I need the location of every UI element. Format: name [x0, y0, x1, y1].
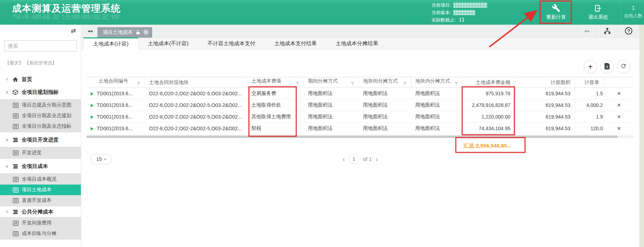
sidebar-item-cost-collection-allocation[interactable]: 成本归集与分摊 — [0, 228, 81, 239]
window-tab-strip: ◀◀ 项目土地成本 ✕ ▶▶ ? — [81, 25, 639, 37]
online-users: 1 在线人数 — [621, 4, 644, 21]
help-button[interactable]: ? — [618, 25, 639, 37]
col-header-contract-no[interactable]: 土地合同编号 — [87, 77, 145, 88]
sidebar-item-label: 开发间接费用 — [22, 220, 52, 226]
current-page[interactable]: 1 — [349, 154, 359, 164]
cell-period-method: 用地面积法 — [304, 111, 359, 123]
delete-row-button[interactable]: ✕ — [604, 123, 634, 134]
delete-row-button[interactable]: ✕ — [604, 111, 634, 123]
tabs-scroll-right-icon[interactable]: ▶▶ — [578, 25, 596, 37]
cell-parcel: O22-8,O20-2,O02-2&O02-5,O03-2&O02... — [145, 111, 247, 123]
sidebar-search-input[interactable] — [4, 40, 77, 52]
cell-contract: TD001(2019.6... — [97, 102, 132, 108]
window-tab-project-land-cost[interactable]: 项目土地成本 ✕ — [97, 27, 152, 38]
sidebar-item-label: 全项目规划指标 — [22, 89, 59, 96]
cell-unit-price: 1.5 — [575, 88, 604, 100]
expand-row-icon[interactable] — [91, 92, 94, 96]
col-header-amount[interactable]: 土地成本费金额 — [463, 77, 515, 88]
sidebar-group-project-cost[interactable]: ∨ 全项目成本 — [0, 161, 81, 171]
cell-period-method: 用地面积法 — [304, 123, 359, 134]
cell-between-method: 用地面积法 — [359, 100, 411, 111]
chevron-down-icon: ∨ — [4, 90, 10, 95]
page-size-select[interactable]: 15 ▼ — [90, 154, 112, 164]
recalculate-button[interactable]: 重新计算 — [544, 3, 568, 20]
online-users-label: 在线人数 — [621, 13, 644, 19]
document-icon — [13, 124, 19, 129]
delete-row-button[interactable]: ✕ — [604, 100, 634, 111]
cell-cost-item: 土地取得价款 — [247, 100, 304, 111]
tabs-scroll-left-icon[interactable]: ◀◀ — [88, 29, 93, 33]
cube-icon — [12, 89, 18, 95]
chevron-down-icon: ∨ — [4, 137, 10, 142]
filter-icon[interactable] — [351, 81, 354, 87]
expand-row-icon[interactable] — [91, 104, 94, 107]
delete-row-button[interactable]: ✕ — [604, 88, 634, 100]
chevron-left-icon: < — [4, 209, 10, 214]
sidebar-item-phase-format-indicators[interactable]: 全项目分期及业态指标 — [0, 121, 81, 132]
sidebar-item-home[interactable]: < 首页 — [0, 74, 81, 85]
logout-button[interactable]: 退出系统 — [585, 3, 611, 20]
col-header-unit-price[interactable]: 计容单 — [575, 77, 604, 88]
cell-between-method: 用地面积法 — [359, 111, 411, 123]
cell-amount: 74,434,104.95 — [463, 123, 515, 134]
sidebar-item-label: 直接开发成本 — [22, 197, 52, 204]
unlock-icon[interactable] — [136, 30, 141, 35]
document-icon — [13, 176, 19, 182]
tab-land-cost-allocation-result[interactable]: 土地成本分摊结果 — [326, 37, 388, 49]
close-tab-icon[interactable]: ✕ — [143, 30, 149, 35]
sidebar-item-indirect-dev-cost[interactable]: 开发间接费用 — [0, 218, 81, 228]
sidebar-item-dev-progress[interactable]: 开发进度 — [0, 147, 81, 158]
document-icon — [13, 198, 19, 204]
prev-page-icon[interactable]: ‹ — [342, 156, 345, 163]
next-page-icon[interactable]: › — [376, 156, 378, 163]
sidebar-group-shared-cost[interactable]: < 公共分摊成本 — [0, 206, 81, 217]
document-icon — [13, 231, 19, 237]
col-header-between-parcel-method[interactable]: 地块间分摊方式 — [359, 77, 411, 88]
actual-cutoff-value: 【】 — [457, 16, 466, 24]
cell-unit-price: 4,000.2 — [575, 100, 604, 111]
tab-noncountable-land-cost-payment[interactable]: 不计容土地成本支付 — [198, 37, 265, 49]
scrollbar-thumb[interactable] — [87, 135, 618, 138]
filter-icon[interactable] — [403, 81, 407, 87]
export-excel-button[interactable]: x — [600, 60, 614, 73]
cell-within-method: 用地面积法 — [411, 100, 463, 111]
expand-row-icon[interactable] — [91, 127, 94, 131]
cell-amount: 975,919.78 — [463, 88, 515, 100]
sidebar-item-label: 全项目分期及业态指标 — [22, 123, 71, 129]
col-header-parcel[interactable]: 土地合同对应地块 — [145, 77, 247, 88]
chevron-down-icon: ▼ — [104, 158, 106, 161]
cell-amount: 2,479,916,828.87 — [463, 100, 515, 111]
horizontal-scrollbar[interactable] — [87, 135, 634, 138]
tab-land-cost-countable[interactable]: 土地成本(计容) — [83, 37, 138, 49]
sidebar-group-planning-indicators[interactable]: ∨ 全项目规划指标 — [0, 87, 81, 97]
sidebar-item-master-plan-sketch[interactable]: 项目总规及分期示意图 — [0, 100, 81, 110]
main-content: ◀◀ 项目土地成本 ✕ ▶▶ ? 土地成本(计容) 土地成本(不计容) — [81, 25, 639, 247]
col-header-countable-area[interactable]: 计容面积 — [515, 77, 575, 88]
sidebar-item-label: 全项目分期及业态规划 — [22, 113, 71, 119]
filter-icon[interactable] — [296, 81, 299, 87]
document-icon — [13, 187, 19, 193]
sidebar-item-phase-format-planning[interactable]: 全项目分期及业态规划 — [0, 110, 81, 121]
page-size-value: 15 — [96, 156, 102, 162]
col-header-period-method[interactable]: 期间分摊方式 — [304, 77, 359, 88]
sidebar-item-project-land-cost[interactable]: 项目土地成本 — [0, 185, 81, 195]
sidebar-item-direct-dev-cost[interactable]: 直接开发成本 — [0, 195, 81, 206]
sidebar-collapse-icon[interactable]: ⇄ — [71, 28, 76, 34]
cell-unit-price: 1.9 — [575, 111, 604, 123]
col-header-within-parcel-method[interactable]: 地块内分摊方式 — [411, 77, 463, 88]
tab-land-cost-payment-result[interactable]: 土地成本支付结果 — [265, 37, 326, 49]
add-row-button[interactable]: + — [584, 60, 597, 73]
filter-icon[interactable] — [454, 81, 458, 87]
expand-row-icon[interactable] — [91, 115, 94, 119]
sidebar-group-dev-progress[interactable]: ∨ 全项目开发进度 — [0, 134, 81, 145]
col-header-cost-item[interactable]: 土地成本费项 — [247, 77, 304, 88]
vertical-scrollbar[interactable] — [639, 25, 644, 247]
tab-land-cost-noncountable[interactable]: 土地成本(不计容) — [138, 37, 198, 49]
chevron-down-icon: ∨ — [4, 164, 10, 169]
filter-icon[interactable] — [137, 81, 141, 87]
sitemap-icon[interactable] — [596, 25, 618, 37]
refresh-button[interactable] — [617, 60, 630, 73]
refresh-icon — [620, 63, 627, 71]
sidebar-subgroup: 开发进度 — [0, 147, 81, 159]
sidebar-item-cost-overview[interactable]: 全项目成本概况 — [0, 174, 81, 185]
